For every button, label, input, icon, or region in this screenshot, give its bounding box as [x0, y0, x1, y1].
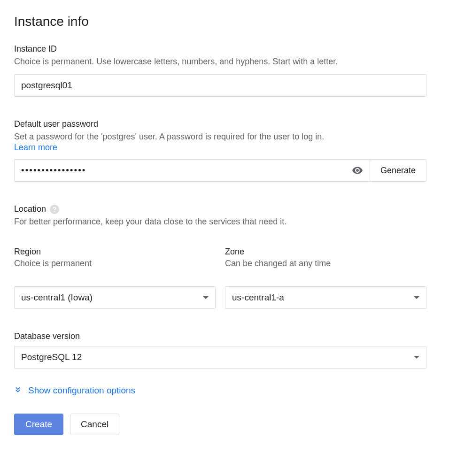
database-version-section: Database version PostgreSQL 12 [14, 331, 435, 369]
expand-label: Show configuration options [28, 385, 135, 396]
learn-more-link[interactable]: Learn more [14, 143, 57, 153]
help-icon[interactable]: ? [50, 205, 59, 214]
database-version-label: Database version [14, 331, 435, 341]
zone-description: Can be changed at any time [225, 259, 426, 269]
instance-id-input[interactable] [14, 74, 426, 97]
region-column: Region Choice is permanent us-central1 (… [14, 247, 216, 309]
instance-id-label: Instance ID [14, 44, 435, 54]
zone-column: Zone Can be changed at any time us-centr… [225, 247, 426, 309]
visibility-icon[interactable] [352, 165, 363, 176]
page-title: Instance info [14, 14, 435, 29]
password-description: Set a password for the 'postgres' user. … [14, 131, 435, 143]
button-row: Create Cancel [14, 414, 435, 435]
instance-id-section: Instance ID Choice is permanent. Use low… [14, 44, 435, 97]
location-label: Location ? [14, 204, 435, 214]
region-value: us-central1 (Iowa) [21, 292, 93, 303]
show-configuration-options-link[interactable]: Show configuration options [14, 385, 135, 396]
region-label: Region [14, 247, 216, 257]
region-description: Choice is permanent [14, 259, 216, 269]
instance-id-description: Choice is permanent. Use lowercase lette… [14, 56, 435, 68]
database-version-select[interactable]: PostgreSQL 12 [14, 346, 426, 369]
chevron-down-icon [414, 356, 419, 359]
double-chevron-down-icon [14, 385, 22, 396]
database-version-value: PostgreSQL 12 [21, 352, 82, 362]
create-button[interactable]: Create [14, 414, 63, 435]
zone-label: Zone [225, 247, 426, 257]
password-input[interactable] [14, 159, 370, 182]
cancel-button[interactable]: Cancel [70, 414, 119, 435]
password-label: Default user password [14, 119, 435, 129]
chevron-down-icon [414, 296, 419, 299]
region-select[interactable]: us-central1 (Iowa) [14, 286, 216, 309]
chevron-down-icon [203, 296, 209, 299]
location-label-text: Location [14, 204, 46, 214]
location-section: Location ? For better performance, keep … [14, 204, 435, 308]
location-description: For better performance, keep your data c… [14, 216, 435, 228]
zone-value: us-central1-a [232, 292, 284, 303]
generate-button[interactable]: Generate [370, 159, 426, 182]
zone-select[interactable]: us-central1-a [225, 286, 426, 309]
password-section: Default user password Set a password for… [14, 119, 435, 182]
